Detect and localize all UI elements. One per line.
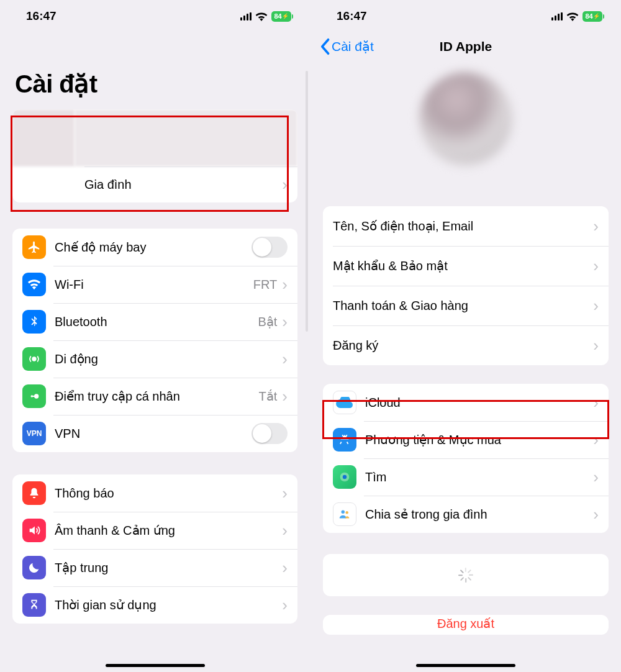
wifi-icon bbox=[566, 12, 579, 21]
signout-label: Đăng xuất bbox=[437, 617, 494, 630]
password-security-row[interactable]: Mật khẩu & Bảo mật › bbox=[323, 246, 609, 286]
chevron-right-icon: › bbox=[282, 522, 288, 538]
find-my-row[interactable]: Tìm › bbox=[323, 458, 609, 496]
signout-section: Đăng xuất bbox=[323, 615, 609, 635]
name-phone-email-row[interactable]: Tên, Số điện thoại, Email › bbox=[323, 206, 609, 246]
chevron-right-icon: › bbox=[593, 394, 599, 411]
status-time: 16:47 bbox=[337, 9, 367, 23]
chevron-right-icon: › bbox=[593, 337, 599, 353]
wifi-row-icon bbox=[22, 273, 46, 296]
notifications-section: Thông báo › Âm thanh & Cảm ứng › Tập tru… bbox=[12, 474, 297, 624]
status-right: 84⚡ bbox=[551, 11, 603, 22]
network-section: Chế độ máy bay Wi-Fi FRT › Bluetooth Bật… bbox=[12, 229, 297, 452]
icloud-label: iCloud bbox=[365, 396, 593, 410]
moon-icon bbox=[22, 556, 46, 579]
family-row[interactable]: Gia đình › bbox=[12, 166, 297, 202]
vpn-toggle[interactable] bbox=[252, 423, 288, 444]
subscriptions-row[interactable]: Đăng ký › bbox=[323, 325, 609, 365]
payment-shipping-row[interactable]: Thanh toán & Giao hàng › bbox=[323, 286, 609, 325]
row-label: Tên, Số điện thoại, Email bbox=[333, 219, 593, 234]
loading-section bbox=[323, 554, 609, 596]
appstore-icon bbox=[333, 428, 356, 452]
vpn-row[interactable]: VPN VPN bbox=[12, 415, 297, 452]
profile-card[interactable]: Gia đình › bbox=[12, 109, 297, 202]
cloud-icon bbox=[333, 391, 356, 414]
notifications-label: Thông báo bbox=[55, 486, 282, 501]
chevron-right-icon: › bbox=[282, 276, 288, 293]
spinner-icon bbox=[458, 568, 473, 583]
chevron-right-icon: › bbox=[282, 176, 288, 193]
scrollbar[interactable] bbox=[306, 71, 308, 332]
page-title: Cài đặt bbox=[0, 32, 310, 109]
family-sharing-row[interactable]: Chia sẻ trong gia đình › bbox=[323, 496, 609, 533]
nav-header: Cài đặt ID Apple bbox=[310, 32, 621, 61]
media-purchases-row[interactable]: Phương tiện & Mục mua › bbox=[323, 421, 609, 458]
chevron-right-icon: › bbox=[593, 297, 599, 314]
vpn-icon: VPN bbox=[22, 422, 46, 445]
family-icon bbox=[333, 502, 356, 526]
chevron-right-icon: › bbox=[282, 314, 288, 330]
cellular-signal-icon bbox=[551, 12, 563, 20]
bluetooth-value: Bật bbox=[258, 314, 277, 329]
chevron-right-icon: › bbox=[282, 351, 288, 367]
wifi-icon bbox=[255, 12, 268, 21]
avatar[interactable] bbox=[419, 72, 512, 165]
media-label: Phương tiện & Mục mua bbox=[365, 432, 593, 447]
sounds-label: Âm thanh & Cảm ứng bbox=[55, 523, 282, 538]
screentime-label: Thời gian sử dụng bbox=[55, 597, 282, 612]
battery-icon: 84⚡ bbox=[271, 11, 291, 22]
status-bar: 16:47 84⚡ bbox=[0, 0, 310, 32]
family-label: Gia đình bbox=[84, 178, 132, 192]
vpn-label: VPN bbox=[55, 427, 252, 441]
screentime-row[interactable]: Thời gian sử dụng › bbox=[12, 586, 297, 624]
chevron-right-icon: › bbox=[593, 218, 599, 234]
hotspot-row[interactable]: Điểm truy cập cá nhân Tắt › bbox=[12, 378, 297, 415]
airplane-label: Chế độ máy bay bbox=[55, 240, 252, 255]
cellular-row[interactable]: Di động › bbox=[12, 340, 297, 378]
airplane-row[interactable]: Chế độ máy bay bbox=[12, 229, 297, 266]
focus-row[interactable]: Tập trung › bbox=[12, 549, 297, 586]
hotspot-label: Điểm truy cập cá nhân bbox=[55, 389, 259, 404]
battery-icon: 84⚡ bbox=[582, 11, 602, 22]
chevron-right-icon: › bbox=[593, 258, 599, 274]
bell-icon bbox=[22, 481, 46, 505]
home-indicator[interactable] bbox=[416, 664, 515, 667]
chevron-right-icon: › bbox=[282, 485, 288, 501]
avatar bbox=[12, 109, 75, 166]
row-label: Mật khẩu & Bảo mật bbox=[333, 258, 593, 273]
status-right: 84⚡ bbox=[240, 11, 292, 22]
sounds-row[interactable]: Âm thanh & Cảm ứng › bbox=[12, 512, 297, 549]
icloud-row[interactable]: iCloud › bbox=[323, 384, 609, 421]
back-button[interactable]: Cài đặt bbox=[319, 38, 374, 55]
status-time: 16:47 bbox=[26, 9, 57, 23]
cellular-signal-icon bbox=[240, 12, 252, 20]
status-bar: 16:47 84⚡ bbox=[310, 0, 621, 32]
home-indicator[interactable] bbox=[106, 664, 205, 667]
find-label: Tìm bbox=[365, 470, 593, 484]
cellular-label: Di động bbox=[55, 352, 282, 366]
wifi-row[interactable]: Wi-Fi FRT › bbox=[12, 266, 297, 303]
chevron-right-icon: › bbox=[593, 432, 599, 448]
row-label: Thanh toán & Giao hàng bbox=[333, 299, 593, 313]
chevron-right-icon: › bbox=[593, 506, 599, 522]
chevron-right-icon: › bbox=[282, 388, 288, 404]
airplane-toggle[interactable] bbox=[252, 237, 288, 258]
chevron-right-icon: › bbox=[282, 560, 288, 576]
notifications-row[interactable]: Thông báo › bbox=[12, 474, 297, 512]
bluetooth-row[interactable]: Bluetooth Bật › bbox=[12, 303, 297, 340]
svg-point-3 bbox=[345, 511, 348, 514]
back-label: Cài đặt bbox=[332, 39, 374, 54]
loading-row bbox=[323, 554, 609, 596]
hotspot-icon bbox=[22, 384, 46, 408]
settings-screen: 16:47 84⚡ Cài đặt Gia đình › Chế độ máy … bbox=[0, 0, 310, 672]
profile-name-blurred bbox=[75, 109, 297, 166]
chevron-left-icon bbox=[319, 38, 330, 55]
bluetooth-icon bbox=[22, 310, 46, 334]
apple-id-screen: 16:47 84⚡ Cài đặt ID Apple Tên, Số điện … bbox=[310, 0, 621, 672]
services-section: iCloud › Phương tiện & Mục mua › Tìm › C… bbox=[323, 384, 609, 533]
wifi-label: Wi-Fi bbox=[55, 278, 253, 292]
airplane-icon bbox=[22, 235, 46, 259]
family-label: Chia sẻ trong gia đình bbox=[365, 507, 593, 522]
signout-button[interactable]: Đăng xuất bbox=[323, 615, 609, 635]
row-label: Đăng ký bbox=[333, 338, 593, 353]
